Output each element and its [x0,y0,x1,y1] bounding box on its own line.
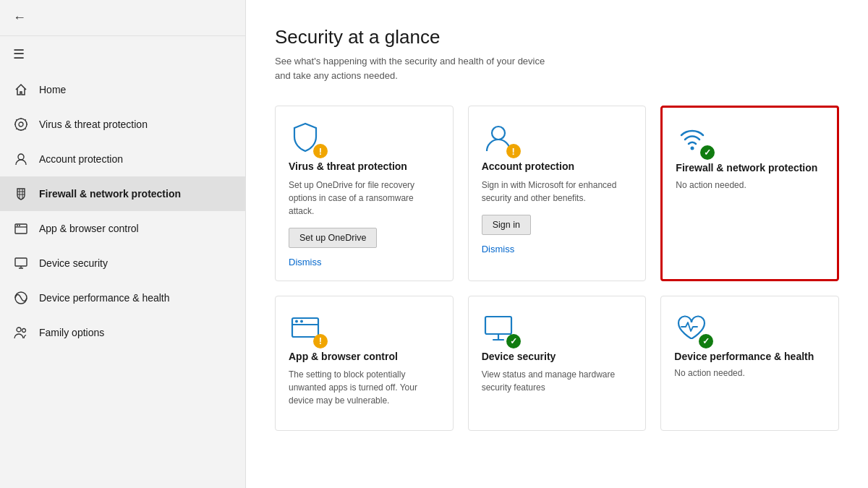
wifi-ok-icon: ✓ [676,122,712,158]
setup-onedrive-button[interactable]: Set up OneDrive [289,228,377,248]
sidebar-item-deviceperf-label: Device performance & health [39,292,170,304]
sidebar-item-firewall[interactable]: Firewall & network protection [0,176,245,211]
sidebar-item-deviceperf[interactable]: Device performance & health [0,281,245,315]
sidebar-item-appbrowser[interactable]: App & browser control [0,211,245,246]
ok-badge: ✓ [699,334,713,348]
deviceperf-card-title: Device performance & health [674,350,825,364]
account-protection-card[interactable]: ! Account protection Sign in with Micros… [468,106,647,281]
deviceperf-card[interactable]: ✓ Device performance & health No action … [660,296,839,432]
family-icon [13,325,29,341]
signin-button[interactable]: Sign in [482,215,531,235]
firewall-card-title: Firewall & network protection [676,161,824,176]
sidebar-item-virus[interactable]: Virus & threat protection [0,107,245,142]
deviceperf-no-action: No action needed. [674,368,825,378]
svg-point-1 [18,154,24,160]
sidebar-item-account[interactable]: Account protection [0,142,245,176]
page-title: Security at a glance [275,26,839,48]
appbrowser-card-title: App & browser control [289,350,440,364]
hamburger-button[interactable]: ☰ [0,36,245,72]
sidebar-item-home[interactable]: Home [0,72,245,107]
devicesec-icon [13,255,29,271]
sidebar-item-devicesec[interactable]: Device security [0,246,245,281]
virus-card-title: Virus & threat protection [289,160,440,174]
back-button[interactable]: ← [0,0,245,36]
appbrowser-card-desc: The setting to block potentially unwante… [289,368,440,407]
svg-point-10 [691,147,694,150]
sidebar-item-family-label: Family options [39,327,104,338]
heart-ok-icon: ✓ [674,311,710,347]
warning-badge: ! [313,334,328,348]
cards-grid: ! Virus & threat protection Set up OneDr… [275,106,839,431]
warning-badge: ! [313,144,328,158]
svg-point-0 [19,122,23,127]
account-icon [13,151,29,167]
firewall-icon [13,186,29,202]
sidebar-item-appbrowser-label: App & browser control [39,223,139,234]
sidebar-item-family[interactable]: Family options [0,315,245,350]
svg-point-9 [492,127,505,140]
sidebar-item-devicesec-label: Device security [39,257,108,269]
devicesec-card-desc: View status and manage hardware security… [482,368,633,394]
sidebar-item-firewall-label: Firewall & network protection [39,188,181,200]
virus-icon [13,116,29,132]
warning-badge: ! [506,144,521,158]
sidebar-item-virus-label: Virus & threat protection [39,119,148,130]
browser-warning-icon: ! [289,311,325,347]
main-content: Security at a glance See what's happenin… [246,0,868,488]
sidebar-item-account-label: Account protection [39,153,123,165]
svg-point-4 [19,225,20,226]
sidebar: ← ☰ Home Virus & threat protection [0,0,246,488]
firewall-card[interactable]: ✓ Firewall & network protection No actio… [660,106,839,281]
account-dismiss-link[interactable]: Dismiss [482,244,633,254]
svg-rect-14 [485,317,511,334]
virus-card-desc: Set up OneDrive for file recovery option… [289,179,440,218]
svg-point-8 [22,329,26,333]
svg-point-12 [295,320,298,322]
account-card-desc: Sign in with Microsoft for enhanced secu… [482,179,633,205]
sidebar-nav: Home Virus & threat protection Accoun [0,72,245,488]
sidebar-item-home-label: Home [39,84,66,95]
svg-point-3 [17,225,18,226]
svg-point-7 [17,328,21,332]
account-card-title: Account protection [482,160,633,174]
appbrowser-icon [13,221,29,236]
appbrowser-card[interactable]: ! App & browser control The setting to b… [275,296,454,432]
ok-badge: ✓ [506,334,521,348]
svg-point-13 [300,320,303,322]
svg-rect-5 [15,258,27,266]
monitor-ok-icon: ✓ [482,311,518,347]
devicesec-card[interactable]: ✓ Device security View status and manage… [468,296,647,432]
deviceperf-icon [13,290,29,306]
devicesec-card-title: Device security [482,350,633,364]
home-icon [13,82,29,98]
virus-dismiss-link[interactable]: Dismiss [289,257,440,267]
shield-warning-icon: ! [289,121,325,157]
user-warning-icon: ! [482,121,518,157]
ok-badge: ✓ [700,145,715,160]
page-subtitle: See what's happening with the security a… [275,54,839,82]
virus-threat-card[interactable]: ! Virus & threat protection Set up OneDr… [275,106,454,281]
firewall-no-action: No action needed. [676,180,824,190]
